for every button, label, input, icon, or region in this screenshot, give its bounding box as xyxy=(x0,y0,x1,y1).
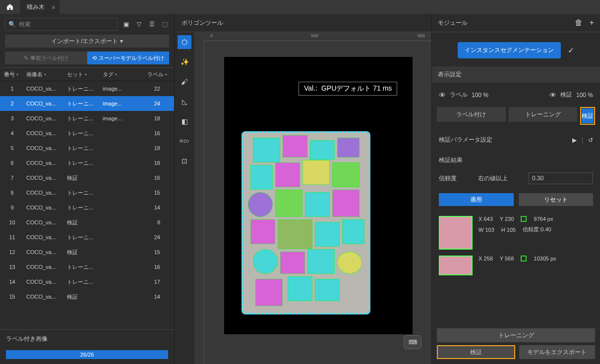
eye-icon[interactable]: 👁 xyxy=(439,91,446,99)
table-row[interactable]: 13COCO_va...トレーニ...16 xyxy=(0,260,174,274)
table-header: 番号▾ 画像名▾ セット▾ タグ▾ ラベル▾ xyxy=(0,67,174,81)
import-export-button[interactable]: インポート/エクスポート ▾ xyxy=(5,35,169,48)
tab-label: 積み木 xyxy=(27,3,45,11)
table-row[interactable]: 5COCO_va...トレーニ...18 xyxy=(0,141,174,156)
trash-icon[interactable]: 🗑 xyxy=(575,18,583,27)
play-icon[interactable]: ▶ xyxy=(572,137,577,144)
ruler-horizontal: 0 500 800 xyxy=(204,32,431,41)
confidence-input[interactable]: ▲▼ xyxy=(529,172,593,184)
reset-button[interactable]: リセット xyxy=(519,193,594,206)
module-chip[interactable]: インスタンスセグメンテーション xyxy=(458,42,561,58)
polygon-tool[interactable]: ⬡ xyxy=(178,35,191,49)
search-icon: 🔍 xyxy=(8,21,16,28)
home-button[interactable] xyxy=(0,0,20,14)
tab-verify[interactable]: 検証 xyxy=(582,108,594,123)
col-lbl[interactable]: ラベル▾ xyxy=(135,71,170,78)
superlabel-button[interactable]: ⟲ スーパーモデルラベル付け xyxy=(87,52,170,64)
table-row[interactable]: 9COCO_va...トレーニ...14 xyxy=(0,200,174,215)
col-tag[interactable]: タグ▾ xyxy=(100,71,135,78)
labeled-images-title: ラベル付き画像 xyxy=(0,329,174,348)
result-item[interactable]: X 258Y 56810305 px xyxy=(439,253,593,278)
prelabel-button[interactable]: ✎ 事前ラベル付け xyxy=(5,52,87,64)
col-num[interactable]: 番号▾ xyxy=(1,71,23,78)
crop-tool[interactable]: ⊡ xyxy=(178,154,191,168)
tab-project[interactable]: 積み木× xyxy=(20,0,60,14)
table-row[interactable]: 2COCO_va...トレーニ...image...24 xyxy=(0,96,174,111)
progress-bar: 26/26 xyxy=(6,350,168,359)
table-row[interactable]: 3COCO_va...トレーニ...image...18 xyxy=(0,111,174,126)
center-title: ポリゴンツール xyxy=(175,14,431,32)
training-button[interactable]: トレーニング xyxy=(437,328,595,342)
table-row[interactable]: 10COCO_va...検証8 xyxy=(0,215,174,230)
table-row[interactable]: 6COCO_va...トレーニ...18 xyxy=(0,156,174,170)
select-tool[interactable]: ◺ xyxy=(178,95,191,108)
col-img[interactable]: 画像名▾ xyxy=(23,71,64,78)
folder-icon[interactable]: ⬚ xyxy=(160,20,169,29)
check-icon[interactable]: ✓ xyxy=(568,46,574,55)
table-row[interactable]: 1COCO_va...トレーニ...image...22 xyxy=(0,81,174,96)
validation-label: Val.:GPUデフォルト 71 ms xyxy=(299,82,397,96)
image-view xyxy=(224,57,413,334)
table-row[interactable]: 4COCO_va...トレーニ...16 xyxy=(0,126,174,141)
canvas[interactable]: 0 500 800 xyxy=(194,32,431,364)
table-row[interactable]: 11COCO_va...トレーニ...24 xyxy=(0,230,174,245)
right-title: モジュール xyxy=(438,19,468,27)
ruler-vertical xyxy=(194,41,204,364)
close-icon[interactable]: × xyxy=(52,3,56,11)
table-row[interactable]: 15COCO_va...検証14 xyxy=(0,289,174,304)
col-set[interactable]: セット▾ xyxy=(64,71,100,78)
history-icon[interactable]: ↺ xyxy=(588,137,593,144)
brush-tool[interactable]: 🖌 xyxy=(178,75,191,89)
display-settings-title: 表示設定 xyxy=(432,66,600,83)
param-title: 検証パラメータ設定 xyxy=(439,136,492,144)
result-thumb xyxy=(439,256,473,275)
results-title: 検証結果 xyxy=(432,149,600,167)
verify-button[interactable]: 検証 xyxy=(437,345,515,359)
tab-training[interactable]: トレーニング xyxy=(509,107,578,122)
eye-icon[interactable]: 👁 xyxy=(549,91,556,99)
table-row[interactable]: 12COCO_va...検証15 xyxy=(0,245,174,260)
table-row[interactable]: 7COCO_va...検証16 xyxy=(0,170,174,185)
keyboard-icon[interactable]: ⌨ xyxy=(404,335,421,349)
search-input[interactable]: 🔍検索 xyxy=(5,18,118,31)
plus-icon[interactable]: + xyxy=(590,18,594,27)
table-row[interactable]: 8COCO_va...トレーニ...15 xyxy=(0,185,174,200)
roi-tool[interactable]: ROI xyxy=(178,134,191,148)
search-placeholder: 検索 xyxy=(19,20,31,29)
list-icon[interactable]: ☰ xyxy=(147,20,156,29)
table-row[interactable]: 14COCO_va...トレーニ...17 xyxy=(0,274,174,289)
apply-button[interactable]: 適用 xyxy=(439,193,514,206)
export-button[interactable]: モデルをエクスポート xyxy=(519,345,596,359)
eraser-tool[interactable]: ◧ xyxy=(178,114,191,128)
view-image-icon[interactable]: ▣ xyxy=(121,20,130,29)
result-item[interactable]: X 643Y 2309764 px W 103H 105信頼度:0.40 xyxy=(439,213,593,253)
wand-tool[interactable]: ✨ xyxy=(178,55,191,69)
tab-labeling[interactable]: ラベル付け xyxy=(437,107,506,122)
result-thumb xyxy=(439,216,473,250)
checkbox[interactable] xyxy=(521,256,527,261)
checkbox[interactable] xyxy=(521,216,527,222)
filter-icon[interactable]: ▽ xyxy=(134,20,143,29)
